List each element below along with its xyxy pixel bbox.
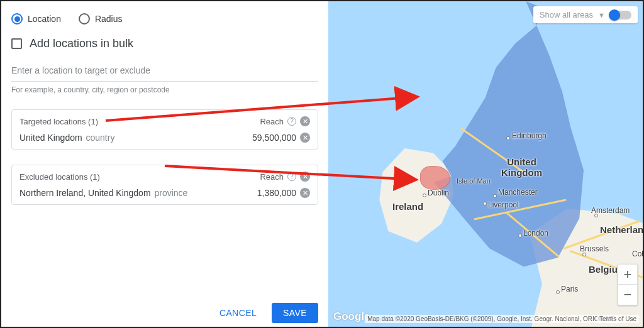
remove-row-icon[interactable]: ✕	[300, 133, 310, 143]
label-paris: Paris	[561, 285, 578, 293]
location-targeting-dialog: Location Radius Add locations in bulk Fo…	[0, 0, 644, 328]
reach-value: 59,500,000	[252, 133, 296, 143]
radio-radius-label: Radius	[95, 14, 123, 24]
radio-location-label: Location	[28, 14, 61, 24]
label-cologne: Cologne	[632, 249, 643, 258]
radio-location[interactable]: Location	[11, 13, 61, 25]
checkbox-icon[interactable]	[11, 38, 22, 49]
label-ireland: Ireland	[392, 201, 423, 212]
label-amsterdam: Amsterdam	[591, 206, 630, 215]
map-attribution: Map data ©2020 GeoBasis-DE/BKG (©2009), …	[365, 315, 618, 323]
location-name: Northern Ireland, United Kingdom	[19, 188, 151, 198]
reach-value: 1,380,000	[257, 188, 296, 198]
zoom-out-button[interactable]: −	[618, 285, 637, 305]
radio-dot-icon	[11, 13, 23, 25]
radio-radius[interactable]: Radius	[79, 13, 123, 25]
save-button[interactable]: SAVE	[272, 303, 318, 323]
label-united-kingdom: UnitedKingdom	[501, 157, 542, 178]
help-icon[interactable]: ?	[287, 172, 296, 181]
targeted-header: Targeted locations (1)	[19, 117, 98, 126]
mode-radio-group: Location Radius	[11, 8, 318, 30]
location-cell: United Kingdom country	[19, 133, 114, 143]
show-all-toggle[interactable]	[610, 11, 631, 19]
terms-link[interactable]: Terms of Use	[597, 315, 639, 323]
label-brussels: Brussels	[580, 244, 609, 253]
zoom-in-button[interactable]: +	[618, 265, 637, 285]
label-netherlands: Netherlands	[600, 224, 643, 235]
city-dot	[506, 136, 510, 140]
radio-dot-icon	[79, 13, 90, 25]
toggle-knob	[609, 9, 620, 21]
remove-row-icon[interactable]: ✕	[300, 188, 310, 198]
clear-all-icon[interactable]: ✕	[300, 172, 310, 182]
zoom-control: + −	[618, 264, 638, 305]
label-manchester: Manchester	[498, 188, 538, 197]
map-panel[interactable]: UnitedKingdom Ireland Netherlands Belgiu…	[328, 1, 643, 327]
chevron-down-icon: ▼	[598, 11, 605, 19]
table-row: United Kingdom country 59,500,000 ✕	[12, 130, 318, 149]
show-all-areas-label: Show all areas	[540, 10, 593, 19]
city-dot	[518, 234, 522, 238]
clear-all-icon[interactable]: ✕	[300, 116, 310, 126]
dialog-footer: CANCEL SAVE	[211, 303, 318, 323]
label-london: London	[523, 229, 548, 238]
reach-label: Reach	[260, 117, 284, 126]
targeted-locations-card: Targeted locations (1) Reach ? ✕ United …	[11, 109, 318, 150]
label-dublin: Dublin	[428, 189, 449, 197]
label-edinburgh: Edinburgh	[512, 131, 547, 140]
location-type: province	[154, 188, 187, 198]
city-dot	[423, 194, 426, 197]
bulk-add-option[interactable]: Add locations in bulk	[11, 30, 318, 57]
location-input-wrapper	[11, 59, 318, 82]
city-dot	[493, 194, 497, 198]
bulk-add-label: Add locations in bulk	[30, 37, 133, 50]
excluded-locations-card: Excluded locations (1) Reach ? ✕ Norther…	[11, 165, 318, 205]
city-dot	[556, 290, 560, 294]
location-input[interactable]	[11, 65, 318, 75]
location-cell: Northern Ireland, United Kingdom provinc…	[19, 188, 187, 198]
excluded-header: Excluded locations (1)	[19, 172, 100, 182]
settings-panel: Location Radius Add locations in bulk Fo…	[1, 1, 328, 327]
reach-label: Reach	[260, 172, 284, 182]
city-dot	[483, 202, 487, 205]
label-isle-of-man: Isle of Man	[457, 177, 491, 185]
exclude-overlay-ni	[420, 166, 450, 190]
location-name: United Kingdom	[19, 133, 82, 143]
cancel-button[interactable]: CANCEL	[211, 303, 265, 323]
label-liverpool: Liverpool	[488, 200, 519, 209]
location-type: country	[86, 133, 115, 143]
table-row: Northern Ireland, United Kingdom provinc…	[12, 185, 318, 204]
input-hint: For example, a country, city, region or …	[11, 85, 318, 94]
help-icon[interactable]: ?	[287, 117, 296, 126]
show-all-areas-control[interactable]: Show all areas ▼	[533, 6, 638, 23]
